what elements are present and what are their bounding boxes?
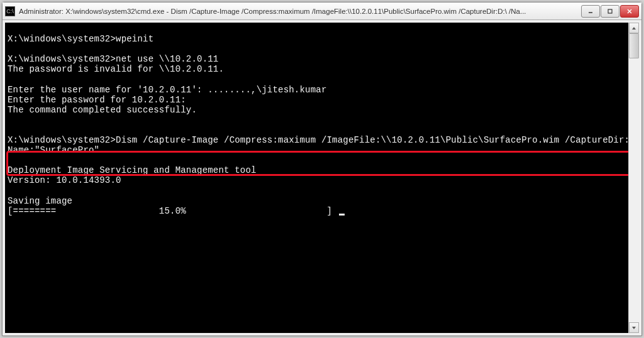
console-line: X:\windows\system32>wpeinit bbox=[8, 34, 153, 44]
console-line: The password is invalid for \\10.2.0.11. bbox=[8, 64, 224, 74]
console-line: Name:"SurfacePro" bbox=[8, 145, 99, 155]
window-title: Administrator: X:\windows\system32\cmd.e… bbox=[19, 8, 580, 15]
svg-rect-1 bbox=[608, 9, 612, 13]
console-line: Version: 10.0.14393.0 bbox=[8, 175, 121, 185]
console-line: X:\windows\system32>net use \\10.2.0.11 bbox=[8, 54, 218, 64]
console-area: X:\windows\system32>wpeinit X:\windows\s… bbox=[3, 20, 641, 335]
scroll-down-button[interactable] bbox=[629, 322, 639, 333]
vertical-scrollbar[interactable] bbox=[628, 23, 639, 333]
text-cursor bbox=[339, 214, 345, 215]
svg-marker-4 bbox=[632, 27, 636, 30]
progress-bar-line: [======== 15.0% ] bbox=[8, 206, 338, 216]
scroll-up-button[interactable] bbox=[629, 23, 639, 33]
console-line: The command completed successfully. bbox=[8, 105, 197, 115]
console-line: Enter the user name for '10.2.0.11': ...… bbox=[8, 85, 326, 95]
svg-marker-5 bbox=[632, 327, 636, 329]
console-line: Saving image bbox=[8, 196, 72, 206]
cmd-icon: C:\ bbox=[5, 6, 15, 16]
cmd-window: C:\ Administrator: X:\windows\system32\c… bbox=[2, 2, 642, 336]
console-line: Deployment Image Servicing and Managemen… bbox=[8, 165, 257, 175]
maximize-button[interactable] bbox=[601, 5, 619, 18]
minimize-button[interactable] bbox=[581, 5, 600, 18]
console-line: Enter the password for 10.2.0.11: bbox=[8, 95, 186, 105]
console-line: X:\windows\system32>Dism /Capture-Image … bbox=[8, 135, 628, 145]
titlebar[interactable]: C:\ Administrator: X:\windows\system32\c… bbox=[3, 3, 641, 20]
console-output[interactable]: X:\windows\system32>wpeinit X:\windows\s… bbox=[5, 23, 628, 333]
scrollbar-thumb[interactable] bbox=[629, 33, 639, 58]
window-controls bbox=[580, 5, 639, 18]
close-button[interactable] bbox=[620, 5, 639, 18]
